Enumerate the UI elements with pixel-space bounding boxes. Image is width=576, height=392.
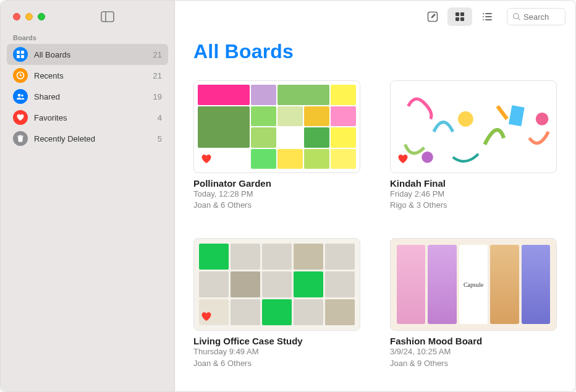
- sidebar-item-label: Recently Deleted: [34, 134, 158, 143]
- board-thumbnail: Capsule: [390, 238, 557, 331]
- board-card[interactable]: Living Office Case Study Thursday 9:49 A…: [193, 238, 360, 369]
- compose-button[interactable]: [420, 7, 445, 26]
- list-icon: [481, 11, 493, 23]
- board-people: Joan & 9 Others: [390, 358, 557, 369]
- search-icon: [512, 12, 521, 21]
- board-people: Rigo & 3 Others: [390, 200, 557, 211]
- board-title: Kindah Final: [390, 178, 557, 189]
- boards-grid: Pollinator Garden Today, 12:28 PM Joan &…: [193, 80, 557, 369]
- board-card[interactable]: Pollinator Garden Today, 12:28 PM Joan &…: [193, 80, 360, 211]
- titlebar: [1, 1, 174, 33]
- sidebar-item-label: Favorites: [34, 113, 158, 122]
- sidebar-list: All Boards 21 Recents 21 Shared 19: [1, 44, 174, 149]
- content-area: All Boards Pollinator Garden Today, 12:2…: [175, 33, 575, 391]
- svg-point-24: [458, 111, 473, 127]
- list-view-button[interactable]: [475, 7, 499, 26]
- people-icon: [13, 89, 28, 104]
- board-people: Joan & 6 Others: [193, 358, 360, 369]
- svg-point-26: [421, 151, 433, 163]
- sidebar: Boards All Boards 21 Recents 21: [1, 1, 175, 391]
- close-window-button[interactable]: [13, 13, 20, 20]
- traffic-lights: [13, 13, 45, 20]
- board-title: Fashion Mood Board: [390, 336, 557, 346]
- svg-rect-0: [101, 12, 114, 22]
- board-card[interactable]: Capsule Fashion Mood Board 3/9/24, 10:25…: [390, 238, 557, 369]
- sidebar-item-count: 21: [153, 71, 162, 80]
- sidebar-toggle-button[interactable]: [97, 8, 118, 25]
- svg-point-7: [18, 94, 21, 97]
- grid-icon: [454, 11, 466, 23]
- fullscreen-window-button[interactable]: [38, 13, 45, 20]
- sidebar-item-recently-deleted[interactable]: Recently Deleted 5: [7, 128, 168, 149]
- svg-rect-2: [17, 51, 20, 54]
- page-title: All Boards: [193, 40, 557, 63]
- favorite-heart-icon: [200, 310, 213, 325]
- svg-rect-4: [17, 55, 20, 58]
- sidebar-icon: [101, 11, 114, 22]
- sidebar-item-count: 4: [158, 113, 162, 122]
- clock-icon: [13, 68, 28, 83]
- sidebar-item-all-boards[interactable]: All Boards 21: [7, 44, 168, 65]
- board-timestamp: Friday 2:46 PM: [390, 189, 557, 200]
- favorite-heart-icon: [397, 153, 409, 168]
- svg-rect-14: [455, 17, 459, 21]
- sidebar-item-favorites[interactable]: Favorites 4: [7, 107, 168, 128]
- trash-icon: [13, 131, 28, 146]
- board-timestamp: Thursday 9:49 AM: [193, 346, 360, 357]
- board-people: Joan & 6 Others: [193, 200, 360, 211]
- sidebar-item-count: 5: [158, 134, 162, 143]
- svg-point-27: [536, 113, 549, 126]
- svg-point-22: [514, 14, 519, 19]
- app-window: Boards All Boards 21 Recents 21: [0, 0, 576, 392]
- main-panel: All Boards Pollinator Garden Today, 12:2…: [175, 1, 575, 391]
- svg-rect-5: [21, 55, 24, 58]
- svg-rect-10: [20, 135, 22, 136]
- minimize-window-button[interactable]: [25, 13, 33, 20]
- svg-rect-15: [460, 17, 464, 21]
- board-thumbnail: [193, 80, 360, 173]
- board-card[interactable]: Kindah Final Friday 2:46 PM Rigo & 3 Oth…: [390, 80, 557, 211]
- sidebar-section-header: Boards: [1, 33, 174, 44]
- board-thumbnail: [193, 238, 360, 331]
- svg-line-23: [518, 18, 520, 20]
- sidebar-item-count: 19: [153, 92, 162, 101]
- sidebar-item-recents[interactable]: Recents 21: [7, 65, 168, 86]
- compose-icon: [426, 11, 439, 23]
- sidebar-item-label: Recents: [34, 71, 153, 80]
- sidebar-item-label: Shared: [34, 92, 153, 101]
- svg-point-18: [483, 16, 484, 17]
- board-thumbnail: [390, 80, 557, 173]
- sidebar-item-shared[interactable]: Shared 19: [7, 86, 168, 107]
- heart-icon: [13, 110, 28, 125]
- grid-icon: [13, 47, 28, 62]
- grid-view-button[interactable]: [447, 7, 472, 26]
- svg-rect-13: [460, 12, 464, 16]
- board-timestamp: 3/9/24, 10:25 AM: [390, 346, 557, 357]
- sidebar-item-count: 21: [153, 50, 162, 59]
- board-title: Pollinator Garden: [193, 178, 360, 189]
- search-input[interactable]: [523, 12, 558, 22]
- svg-point-16: [483, 13, 484, 14]
- svg-rect-12: [455, 12, 459, 16]
- board-title: Living Office Case Study: [193, 336, 360, 346]
- board-timestamp: Today, 12:28 PM: [193, 189, 360, 200]
- svg-point-8: [21, 95, 23, 97]
- svg-rect-3: [21, 51, 24, 54]
- sidebar-item-label: All Boards: [34, 50, 153, 59]
- search-field[interactable]: [507, 8, 565, 25]
- favorite-heart-icon: [200, 153, 213, 168]
- svg-point-20: [483, 19, 484, 20]
- toolbar: [175, 1, 575, 33]
- svg-rect-25: [509, 105, 525, 126]
